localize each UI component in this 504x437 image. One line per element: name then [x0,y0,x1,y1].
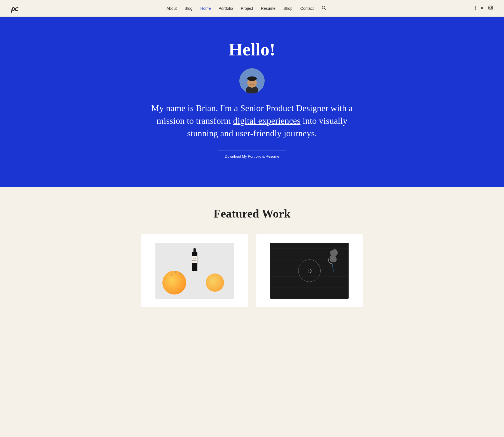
digital-experiences-link[interactable]: digital experiences [233,116,300,126]
nav-item-shop[interactable]: Shop [283,6,293,11]
hero-bio: My name is Brian. I'm a Senior Product D… [148,102,356,139]
nav-item-contact[interactable]: Contact [300,6,314,11]
nav-link-blog[interactable]: Blog [185,6,192,11]
featured-card-1[interactable]: PIXLproduct [141,234,248,307]
nav-link-contact[interactable]: Contact [300,6,314,11]
nav-link-about[interactable]: About [167,6,177,11]
featured-grid: PIXLproduct D [11,234,493,307]
hero-section: Hello! My name is Brian. I'm a Senior Pr… [0,17,504,187]
download-cta-button[interactable]: Download My Portfolio & Resume [218,151,286,162]
svg-point-4 [491,6,492,7]
nav-link-project[interactable]: Project [241,6,253,11]
svg-point-9 [247,76,257,81]
featured-card-2[interactable]: D [256,234,363,307]
svg-point-0 [322,6,325,9]
social-links: f ✕ [475,6,493,11]
avatar [239,68,265,94]
svg-point-3 [489,7,491,9]
card-1-image: PIXLproduct [155,243,234,299]
hero-greeting: Hello! [11,39,493,60]
nav-item-portfolio[interactable]: Portfolio [219,6,233,11]
nav-link-resume[interactable]: Resume [261,6,276,11]
nav-link-home[interactable]: Home [200,6,211,11]
featured-work-section: Featured Work PIXLproduct [0,187,504,318]
svg-line-1 [325,8,326,10]
nav-item-blog[interactable]: Blog [185,6,192,11]
navbar: ρc About Blog Home Portfolio Project Res… [0,0,504,17]
card-2-image: D [270,243,349,299]
featured-work-title: Featured Work [11,207,493,220]
facebook-icon[interactable]: f [475,6,476,11]
x-twitter-icon[interactable]: ✕ [480,6,484,11]
nav-item-about[interactable]: About [167,6,177,11]
nav-menu: About Blog Home Portfolio Project Resume… [167,6,326,11]
nav-item-home[interactable]: Home [200,6,211,11]
nav-link-shop[interactable]: Shop [283,6,293,11]
nav-item-project[interactable]: Project [241,6,253,11]
instagram-icon[interactable] [488,6,493,11]
nav-link-portfolio[interactable]: Portfolio [219,6,233,11]
site-logo[interactable]: ρc [11,4,18,13]
nav-item-resume[interactable]: Resume [261,6,276,11]
svg-rect-2 [489,6,493,10]
search-icon[interactable] [322,6,326,11]
